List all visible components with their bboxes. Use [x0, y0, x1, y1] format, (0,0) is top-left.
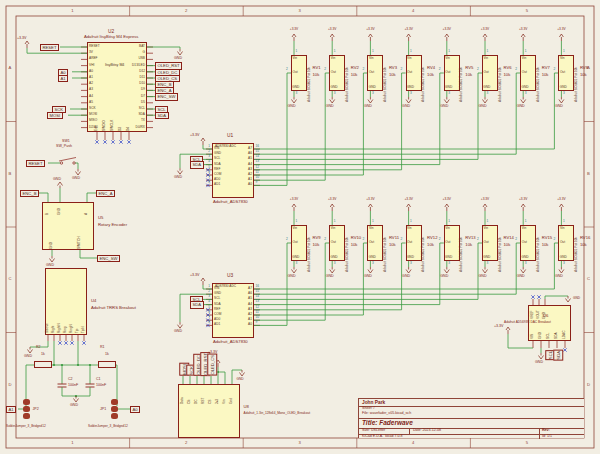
text-trrs-value: Adafruit TRRS Breakout [91, 306, 136, 310]
text-power-gnd: GND [174, 176, 182, 180]
text-oled-value: Adafruit_1.3in_128x64_Mono_OLED_Breakout [244, 412, 311, 415]
text-adc2-left_pins-0: VIN [214, 287, 219, 290]
text-adc1-right_nums-5: 11 [256, 171, 259, 174]
text-adc1-value: Adafruit_ADS7830 [213, 200, 248, 204]
netlabel-mcu-right_labels-7[interactable]: SDA [155, 112, 169, 119]
text-frame-columns-2: 3 [299, 441, 301, 445]
text-faders-pins-out: Out [407, 71, 412, 74]
text-faders-pin_nums-1: 2 [324, 68, 326, 71]
text-adc2-right_pins-0: A7 [233, 287, 252, 290]
text-adc1-left_pins-2: SCL [214, 157, 220, 160]
solder-jumper-pad[interactable] [111, 406, 118, 412]
netlabel-mcu-left_labels-2[interactable]: A1 [58, 75, 68, 82]
text-faders-pin_nums-0: 1 [563, 50, 565, 53]
text-power-v33: +3.3V [190, 134, 200, 138]
text-adc1-left_pins-1: GND [214, 152, 221, 155]
text-faders-pin_nums-1: 2 [286, 68, 288, 71]
text-adc2-left_pins-6: AD0 [214, 318, 220, 321]
solder-jumper-pad[interactable] [23, 413, 30, 419]
text-power-gnd: GND [326, 105, 334, 109]
gnd-arrow-icon [368, 100, 373, 104]
text-faders-part: Adafruit SC6031 Pot 10k [499, 48, 502, 102]
netlabel-encoder-labels-left[interactable]: ENC_B [20, 190, 39, 197]
text-adc1-right_pins-2: A5 [233, 157, 252, 160]
text-faders-pins-vin: Vin [484, 227, 489, 230]
netlabel-jumpers-jp2-label[interactable]: A1 [6, 406, 16, 413]
solder-jumper-pad[interactable] [23, 406, 30, 412]
text-mcu-right_pins-3: D13/LED [126, 64, 145, 67]
text-adc1-left_pins-5: COM [214, 173, 221, 176]
junction-dot [53, 364, 55, 366]
wire [545, 296, 568, 299]
netlabel-mcu-right_labels-5[interactable]: ENC_SW [155, 93, 178, 100]
text-trrs-bottom_pins-2: RightN [58, 311, 61, 333]
text-mcu-right_pins-10: SCL [126, 107, 145, 110]
text-power-gnd: GND [46, 264, 54, 268]
solder-jumper-pad[interactable] [111, 413, 118, 419]
netlabel-mcu-left_labels-4[interactable]: MOSI [47, 112, 63, 119]
gnd-arrow-icon [444, 270, 449, 274]
text-frame-columns-3: 4 [412, 9, 414, 13]
component-resistor-r1[interactable] [98, 361, 116, 368]
tb-title: Title: Faderwave [362, 420, 413, 427]
text-faders-pin_nums-0: 1 [372, 220, 374, 223]
text-faders-part: Adafruit SC6031 Pot 10k [460, 48, 463, 102]
text-mcu-value: Adafruit ItsyBitsy M4 Express [84, 35, 138, 39]
text-power-gnd: GND [288, 105, 296, 109]
text-faders-pins-gnd: GND [483, 256, 490, 259]
text-faders-pins-vin: Vin [293, 227, 298, 230]
text-faders-part: Adafruit SC6031 Pot 10k [575, 218, 578, 272]
netlabel-jumpers-jp1-label[interactable]: A0 [130, 406, 140, 413]
text-power-gnd: GND [24, 355, 32, 359]
solder-jumper-pad[interactable] [23, 399, 30, 405]
text-faders-pin_nums-1: 2 [439, 238, 441, 241]
text-faders-pin_nums-2: 3 [372, 262, 374, 265]
text-faders-pin_nums-0: 1 [334, 220, 336, 223]
text-trrs-bottom_pins-6: TipN [82, 311, 85, 333]
text-faders-pins-vin: Vin [407, 227, 412, 230]
text-dac-bottom_pins-2: SCL [547, 325, 550, 339]
text-faders-pin_nums-1: 2 [362, 68, 364, 71]
text-power-gnd: GND [535, 361, 543, 365]
text-faders-pins-out: Out [560, 241, 565, 244]
text-jumpers-jp2-ref: JP2 [33, 408, 39, 412]
text-power-v33: +3.3V [284, 28, 304, 31]
text-adc2-right_nums-5: 11 [256, 311, 259, 314]
text-frame-rows-3: D [9, 383, 12, 387]
solder-jumper-pad[interactable] [111, 399, 118, 405]
text-adc1-left_nums-7: 8 [202, 181, 210, 184]
text-mcu-right_pins-4: D12 [126, 70, 145, 73]
netlabel-mcu-left_labels-0[interactable]: RESET [40, 44, 59, 51]
gnd-arrow-icon [28, 350, 33, 354]
text-adc2-left_pins-2: SCL [214, 297, 220, 300]
text-oled-top_pins-4: CS [209, 386, 212, 404]
netlabel-oled-flags-4[interactable]: OLED_CS [207, 354, 217, 376]
text-power-gnd: GND [479, 105, 487, 109]
text-faders-value: 10k [465, 243, 472, 247]
text-faders-pins-out: Out [369, 241, 374, 244]
text-adc1-left_pins-0: VIN [214, 147, 219, 150]
text-faders-row1-2: RV3 [389, 66, 397, 70]
text-adc1-left_nums-5: 6 [202, 171, 210, 174]
text-power-v33: +3.3V [360, 198, 380, 201]
text-faders-part: Adafruit SC6031 Pot 10k [346, 218, 349, 272]
text-power-gnd: GND [440, 275, 448, 279]
netlabel-switch-label[interactable]: RESET [26, 160, 45, 167]
component-resistor-r2[interactable] [34, 361, 52, 368]
text-power-v33: +3.3V [475, 198, 495, 201]
text-faders-pins-out: Out [407, 241, 412, 244]
text-faders-row2-0: RV9 [313, 236, 321, 240]
netlabel-adc2-labels-1[interactable]: SDA [190, 301, 204, 308]
text-faders-value: 10k [542, 73, 549, 77]
netlabel-encoder-labels-bottom[interactable]: ENC_SW [97, 255, 120, 262]
netlabel-encoder-labels-right[interactable]: ENC_A [96, 190, 115, 197]
text-mcu-bottom_pins-1: SWDIO [103, 115, 106, 131]
text-faders-pins-vin: Vin [293, 57, 298, 60]
text-faders-row1-3: RV4 [427, 66, 435, 70]
text-adc2-right_pins-4: A3 [233, 308, 252, 311]
netlabel-adc1-labels-1[interactable]: SDA [190, 161, 204, 168]
text-adc2-right_pins-7: A0 [233, 323, 252, 326]
netlabel-dac-labels-1[interactable]: SDA [553, 350, 563, 361]
text-faders-part: Adafruit SC6031 Pot 10k [308, 218, 311, 272]
text-faders-pins-out: Out [331, 241, 336, 244]
